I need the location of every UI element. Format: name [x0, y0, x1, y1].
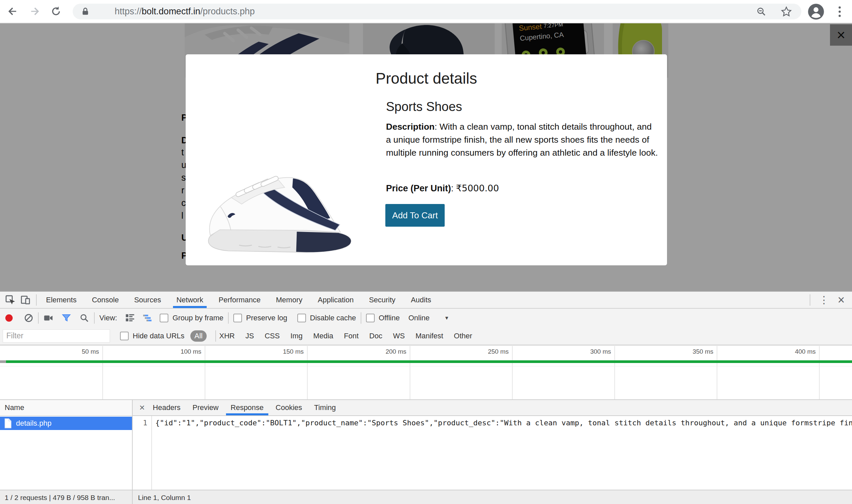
filter-chip-xhr[interactable]: XHR — [219, 332, 235, 340]
url-path: /products.php — [200, 6, 255, 16]
tab-network[interactable]: Network — [176, 292, 203, 308]
tab-performance[interactable]: Performance — [219, 292, 261, 308]
zoom-out-icon — [756, 6, 767, 17]
product-details-modal: Product details Sports Shoe — [186, 54, 667, 265]
tab-memory[interactable]: Memory — [276, 292, 302, 308]
group-by-frame-checkbox[interactable] — [160, 314, 168, 322]
preserve-log-checkbox[interactable] — [233, 314, 242, 322]
filter-chip-media[interactable]: Media — [313, 332, 333, 340]
product-price: Price (Per Unit): ₹5000.00 — [386, 183, 499, 194]
filter-chip-css[interactable]: CSS — [265, 332, 280, 340]
lock-icon — [81, 7, 90, 17]
devtools-status-bar: 1 / 2 requests | 479 B / 958 B tran... L… — [0, 490, 852, 504]
inspect-cursor-icon — [5, 294, 16, 306]
divider — [810, 294, 810, 306]
hide-data-urls-checkbox[interactable] — [120, 332, 129, 340]
back-button[interactable] — [6, 5, 19, 18]
timeline-tick: 350 ms — [660, 348, 713, 355]
record-button[interactable] — [5, 314, 13, 322]
filter-toggle-button[interactable] — [61, 313, 71, 323]
product-photo — [201, 151, 367, 261]
network-overview-timeline[interactable]: 50 ms 100 ms 150 ms 200 ms 250 ms 300 ms… — [0, 346, 852, 400]
requests-header: Name — [0, 400, 132, 416]
description-label: Description — [386, 122, 435, 132]
clear-button[interactable] — [24, 313, 33, 323]
throttling-select[interactable]: Online — [408, 314, 430, 322]
divider — [36, 294, 37, 306]
add-to-cart-button[interactable]: Add To Cart — [385, 204, 445, 227]
profile-button[interactable] — [807, 3, 825, 20]
document-icon — [4, 418, 12, 428]
offline-label: Offline — [379, 314, 400, 322]
forward-button[interactable] — [28, 5, 41, 18]
tab-application[interactable]: Application — [318, 292, 354, 308]
line-number: 1 — [143, 419, 147, 427]
filter-chip-js[interactable]: JS — [245, 332, 254, 340]
filter-chip-ws[interactable]: WS — [393, 332, 405, 340]
request-row-details-php[interactable]: details.php — [0, 417, 132, 430]
forward-arrow-icon — [29, 5, 41, 17]
disable-cache-label: Disable cache — [310, 314, 356, 322]
detail-tab-response[interactable]: Response — [231, 400, 264, 415]
url-scheme: https:// — [115, 6, 142, 16]
timeline-tick: 50 ms — [46, 348, 99, 355]
disable-cache-checkbox[interactable] — [297, 314, 306, 322]
overview-toggle[interactable] — [142, 313, 152, 323]
filter-chip-all[interactable]: All — [191, 330, 206, 342]
request-detail-panel: × Headers Preview Response Cookies Timin… — [133, 400, 852, 490]
preserve-log-label: Preserve log — [246, 314, 287, 322]
offline-checkbox[interactable] — [366, 314, 375, 322]
browser-toolbar: https://bolt.domectf.in/products.php — [0, 0, 852, 23]
device-toolbar-button[interactable] — [20, 294, 31, 306]
price-separator: : — [451, 183, 456, 193]
tab-sources[interactable]: Sources — [134, 292, 161, 308]
tab-security[interactable]: Security — [369, 292, 395, 308]
address-bar[interactable]: https://bolt.domectf.in/products.php — [73, 4, 801, 19]
name-column-header[interactable]: Name — [5, 403, 24, 412]
avatar-icon — [807, 3, 825, 20]
filter-chip-doc[interactable]: Doc — [369, 332, 382, 340]
devtools-menu-button[interactable]: ⋮ — [819, 294, 829, 306]
filter-chip-manifest[interactable]: Manifest — [415, 332, 443, 340]
waterfall-icon — [142, 313, 152, 323]
devtools-close-button[interactable]: × — [838, 293, 845, 307]
search-icon — [79, 313, 89, 323]
throttling-caret-icon[interactable]: ▼ — [444, 315, 449, 321]
filter-input[interactable] — [3, 329, 110, 343]
browser-menu-button[interactable] — [832, 3, 847, 20]
zoom-out-button[interactable] — [756, 6, 767, 17]
filter-chip-other[interactable]: Other — [454, 332, 472, 340]
price-label: Price (Per Unit) — [386, 183, 451, 193]
capture-screenshots-button[interactable] — [43, 313, 53, 323]
clear-icon — [24, 313, 33, 323]
requests-panel: Name details.php — [0, 400, 132, 490]
large-rows-toggle[interactable] — [125, 313, 135, 323]
detail-tab-timing[interactable]: Timing — [314, 400, 336, 415]
detail-tab-preview[interactable]: Preview — [193, 400, 219, 415]
filter-chip-img[interactable]: Img — [290, 332, 303, 340]
bookmark-button[interactable] — [781, 6, 792, 17]
timeline-green-bar — [6, 360, 852, 363]
response-body[interactable]: {"id":"1","product_code":"BOLT1","produc… — [152, 416, 852, 490]
network-filter-row: Hide data URLs All XHR JS CSS Img Media … — [0, 327, 852, 345]
devtools-panel: Elements Console Sources Network Perform… — [0, 291, 852, 504]
modal-title: Product details — [186, 69, 667, 87]
timeline-tick: 150 ms — [250, 348, 304, 355]
screen: https://bolt.domectf.in/products.php — [0, 0, 852, 504]
price-value: ₹5000.00 — [456, 183, 499, 193]
detail-close-button[interactable]: × — [139, 402, 145, 413]
tab-audits[interactable]: Audits — [411, 292, 431, 308]
detail-tab-cookies[interactable]: Cookies — [276, 400, 302, 415]
inspect-element-button[interactable] — [5, 294, 16, 306]
devtools-tab-bar: Elements Console Sources Network Perform… — [0, 292, 852, 309]
detail-tab-headers[interactable]: Headers — [153, 400, 180, 415]
hide-data-urls-label: Hide data URLs — [133, 332, 184, 340]
tab-console[interactable]: Console — [92, 292, 119, 308]
search-button[interactable] — [79, 313, 89, 323]
timeline-tick: 300 ms — [558, 348, 611, 355]
tab-elements[interactable]: Elements — [46, 292, 77, 308]
filter-chip-font[interactable]: Font — [344, 332, 359, 340]
timeline-tick: 100 ms — [148, 348, 201, 355]
reload-button[interactable] — [49, 5, 63, 18]
response-content: {"id":"1","product_code":"BOLT1","produc… — [155, 419, 852, 427]
